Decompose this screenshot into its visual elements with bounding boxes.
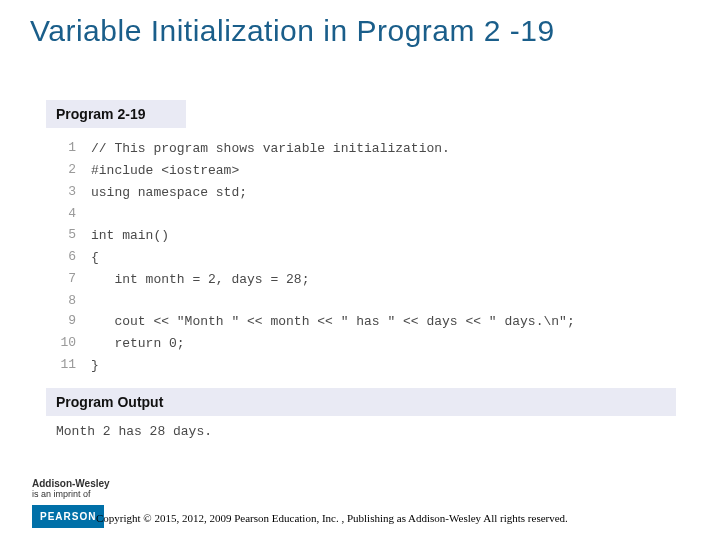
line-number: 3 — [46, 182, 90, 204]
copyright-text: Copyright © 2015, 2012, 2009 Pearson Edu… — [96, 512, 568, 524]
line-number: 5 — [46, 225, 90, 247]
output-text: Month 2 has 28 days. — [46, 416, 676, 443]
code-text: { — [90, 247, 576, 269]
slide-title: Variable Initialization in Program 2 -19 — [30, 14, 555, 48]
line-number: 11 — [46, 355, 90, 377]
output-header: Program Output — [46, 388, 676, 416]
line-number: 9 — [46, 311, 90, 333]
slide: Variable Initialization in Program 2 -19… — [0, 0, 720, 540]
code-line: 10 return 0; — [46, 333, 576, 355]
brand-block: Addison-Wesley is an imprint of — [32, 478, 110, 500]
code-line: 2#include <iostream> — [46, 160, 576, 182]
code-line: 3using namespace std; — [46, 182, 576, 204]
line-number: 2 — [46, 160, 90, 182]
brand-name: Addison-Wesley — [32, 478, 110, 489]
code-text — [90, 204, 576, 224]
line-number: 7 — [46, 269, 90, 291]
code-text: // This program shows variable initializ… — [90, 138, 576, 160]
program-header: Program 2-19 — [46, 100, 186, 128]
code-text: int month = 2, days = 28; — [90, 269, 576, 291]
code-block: 1// This program shows variable initiali… — [46, 128, 676, 384]
code-text: cout << "Month " << month << " has " << … — [90, 311, 576, 333]
brand-tagline: is an imprint of — [32, 489, 91, 499]
code-line: 8 — [46, 291, 576, 311]
code-text: } — [90, 355, 576, 377]
code-line: 7 int month = 2, days = 28; — [46, 269, 576, 291]
code-text: using namespace std; — [90, 182, 576, 204]
line-number: 8 — [46, 291, 90, 311]
code-text: int main() — [90, 225, 576, 247]
line-number: 6 — [46, 247, 90, 269]
code-text — [90, 291, 576, 311]
code-line: 1// This program shows variable initiali… — [46, 138, 576, 160]
code-line: 5int main() — [46, 225, 576, 247]
line-number: 1 — [46, 138, 90, 160]
code-line: 9 cout << "Month " << month << " has " <… — [46, 311, 576, 333]
code-line: 11} — [46, 355, 576, 377]
code-line: 6{ — [46, 247, 576, 269]
code-table: 1// This program shows variable initiali… — [46, 138, 576, 378]
code-line: 4 — [46, 204, 576, 224]
code-text: #include <iostream> — [90, 160, 576, 182]
pearson-logo: PEARSON — [32, 505, 104, 528]
line-number: 4 — [46, 204, 90, 224]
code-text: return 0; — [90, 333, 576, 355]
line-number: 10 — [46, 333, 90, 355]
program-figure: Program 2-19 1// This program shows vari… — [46, 100, 676, 443]
